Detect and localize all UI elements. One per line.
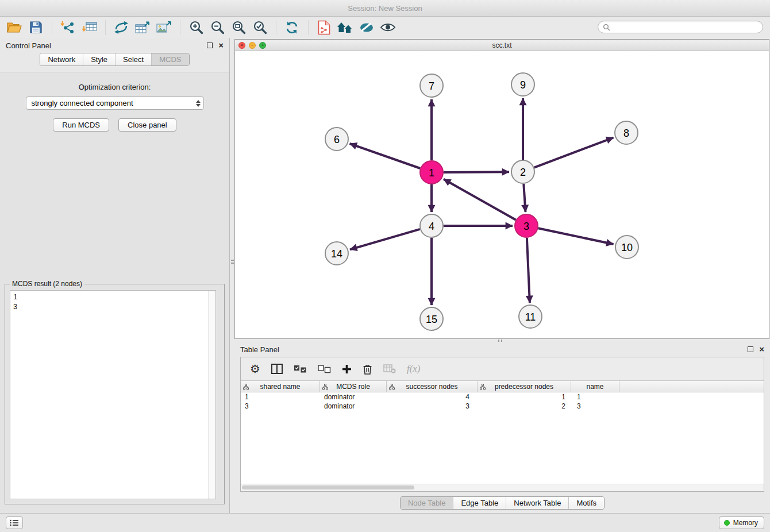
import-table-icon <box>82 21 97 34</box>
run-mcds-button[interactable]: Run MCDS <box>53 118 109 132</box>
deselect-all-icon[interactable] <box>318 365 331 373</box>
float-table-panel-icon[interactable] <box>748 346 753 352</box>
table-row[interactable]: 1dominator411 <box>241 392 764 402</box>
graph-edge-1-2[interactable] <box>444 172 509 172</box>
close-panel-icon[interactable]: × <box>218 43 224 48</box>
column-header-predecessor-nodes[interactable]: predecessor nodes <box>478 381 571 392</box>
search-box[interactable] <box>598 21 763 33</box>
svg-text:3: 3 <box>523 221 529 232</box>
import-network-button[interactable] <box>59 18 76 37</box>
apply-style-button[interactable] <box>358 18 375 37</box>
graph-node-9[interactable]: 9 <box>511 73 534 96</box>
apply-function-icon[interactable]: f(x) <box>407 363 421 375</box>
graph-node-10[interactable]: 10 <box>615 236 638 259</box>
network-window-titlebar[interactable]: scc.txt × − + <box>235 40 769 51</box>
task-history-button[interactable] <box>6 516 23 529</box>
search-input[interactable] <box>613 22 758 32</box>
graph-node-2[interactable]: 2 <box>511 160 534 183</box>
export-network-button[interactable] <box>113 18 130 37</box>
delete-table-icon[interactable] <box>383 364 396 373</box>
graph-edge-3-10[interactable] <box>538 228 614 244</box>
table-cell[interactable]: 1 <box>571 392 619 402</box>
graph-node-6[interactable]: 6 <box>325 128 348 151</box>
result-list-scrollbar[interactable] <box>208 291 215 499</box>
column-header-shared-name[interactable]: shared name <box>241 381 320 392</box>
zoom-window-icon[interactable]: + <box>259 42 266 49</box>
graph-edge-3-11[interactable] <box>527 238 530 303</box>
graph-node-1[interactable]: 1 <box>420 161 443 184</box>
tab-network[interactable]: Network <box>40 53 83 65</box>
minimize-window-icon[interactable]: − <box>249 42 256 49</box>
result-item[interactable]: 3 <box>13 302 215 311</box>
zoom-selected-button[interactable] <box>251 18 268 37</box>
table-cell[interactable]: 3 <box>387 402 478 411</box>
graph-node-7[interactable]: 7 <box>420 74 443 97</box>
graph-edge-4-14[interactable] <box>350 229 420 249</box>
close-table-panel-icon[interactable]: × <box>759 346 764 352</box>
result-item[interactable]: 1 <box>13 292 215 302</box>
graph-node-3[interactable]: 3 <box>515 214 538 237</box>
select-all-icon[interactable] <box>294 365 307 373</box>
table-cell[interactable]: 3 <box>571 402 619 411</box>
show-hide-button[interactable] <box>379 18 396 37</box>
tab-network-table[interactable]: Network Table <box>506 497 568 509</box>
tab-node-table[interactable]: Node Table <box>401 497 453 509</box>
import-table-button[interactable] <box>80 18 98 37</box>
memory-button[interactable]: Memory <box>719 516 764 529</box>
graph-node-14[interactable]: 14 <box>325 242 348 265</box>
graph-edge-1-6[interactable] <box>350 144 421 168</box>
application-window: Session: New Session <box>0 0 770 532</box>
tab-select[interactable]: Select <box>115 53 151 65</box>
graph-edge-2-3[interactable] <box>523 184 525 212</box>
open-session-button[interactable] <box>6 18 23 37</box>
scrollbar-thumb[interactable] <box>242 485 414 489</box>
table-cell[interactable]: 2 <box>478 402 571 411</box>
svg-text:14: 14 <box>331 248 342 260</box>
network-document-button[interactable] <box>315 18 333 37</box>
table-cell[interactable]: dominator <box>320 392 387 402</box>
split-columns-icon[interactable] <box>271 364 283 374</box>
zoom-in-button[interactable] <box>187 18 205 37</box>
network-canvas[interactable]: 7968124314101511 <box>235 51 769 338</box>
save-session-button[interactable] <box>27 18 44 37</box>
mcds-result-list[interactable]: 1 3 <box>10 290 216 499</box>
table-cell[interactable]: 1 <box>241 392 320 402</box>
home-button[interactable] <box>337 18 354 37</box>
window-title: Session: New Session <box>348 4 422 13</box>
table-settings-icon[interactable]: ⚙ <box>250 363 260 375</box>
horizontal-splitter-handle[interactable] <box>495 339 505 342</box>
graph-edge-3-1[interactable] <box>444 179 516 220</box>
tab-motifs[interactable]: Motifs <box>568 497 604 509</box>
table-cell[interactable]: 4 <box>387 392 478 402</box>
graph-node-15[interactable]: 15 <box>420 307 443 330</box>
graph-node-11[interactable]: 11 <box>519 305 542 328</box>
export-table-button[interactable] <box>134 18 151 37</box>
table-cell[interactable]: 1 <box>478 392 571 402</box>
network-graph-svg[interactable]: 7968124314101511 <box>235 51 769 339</box>
graph-edge-2-8[interactable] <box>534 138 614 168</box>
export-image-button[interactable] <box>155 18 172 37</box>
zoom-fit-button[interactable] <box>230 18 247 37</box>
vertical-splitter-handle[interactable] <box>230 260 234 269</box>
criterion-dropdown[interactable]: strongly connected component <box>26 97 204 110</box>
column-header-name[interactable]: name <box>571 381 619 392</box>
refresh-button[interactable] <box>283 18 301 37</box>
column-header-successor-nodes[interactable]: successor nodes <box>387 381 478 392</box>
close-window-icon[interactable]: × <box>238 42 245 49</box>
save-floppy-icon <box>30 21 42 33</box>
add-row-icon[interactable] <box>342 364 352 374</box>
table-cell[interactable]: dominator <box>320 402 387 411</box>
tab-edge-table[interactable]: Edge Table <box>453 497 506 509</box>
tab-style[interactable]: Style <box>83 53 115 65</box>
column-header-mcds-role[interactable]: MCDS role <box>320 381 387 392</box>
table-cell[interactable]: 3 <box>241 402 320 411</box>
delete-row-icon[interactable] <box>363 364 372 375</box>
close-panel-button[interactable]: Close panel <box>118 118 176 132</box>
table-horizontal-scrollbar[interactable] <box>241 484 764 491</box>
table-row[interactable]: 3dominator323 <box>241 402 764 411</box>
tab-mcds[interactable]: MCDS <box>151 53 188 65</box>
float-panel-icon[interactable] <box>207 43 213 48</box>
graph-node-4[interactable]: 4 <box>420 214 443 237</box>
zoom-out-button[interactable] <box>209 18 226 37</box>
graph-node-8[interactable]: 8 <box>615 121 638 144</box>
